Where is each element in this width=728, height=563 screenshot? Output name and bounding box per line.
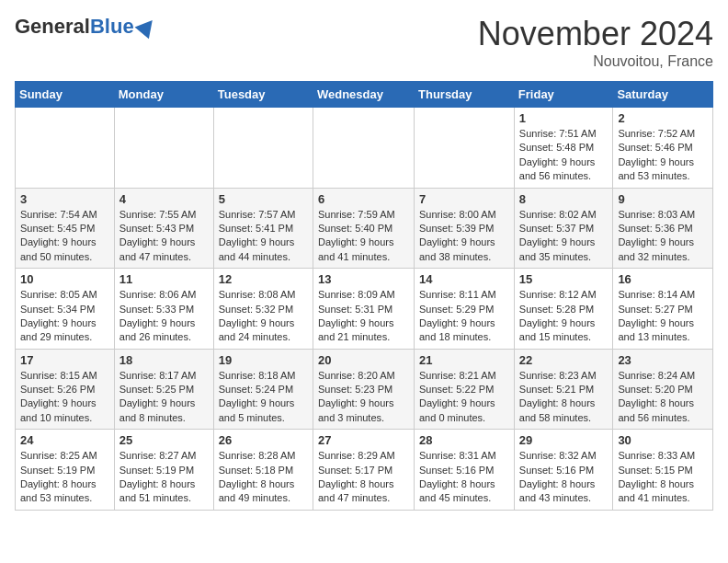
day-info: Sunrise: 7:52 AMSunset: 5:46 PMDaylight:… (618, 127, 708, 184)
day-info: Sunrise: 8:17 AMSunset: 5:25 PMDaylight:… (119, 369, 209, 426)
calendar-week-row: 10Sunrise: 8:05 AMSunset: 5:34 PMDayligh… (16, 269, 713, 350)
day-number: 17 (20, 353, 109, 367)
logo-general-text: General (15, 15, 90, 39)
day-info: Sunrise: 8:18 AMSunset: 5:24 PMDaylight:… (219, 369, 308, 426)
day-info: Sunrise: 8:29 AMSunset: 5:17 PMDaylight:… (318, 449, 409, 506)
day-info: Sunrise: 8:03 AMSunset: 5:36 PMDaylight:… (618, 208, 708, 265)
calendar-day-cell: 13Sunrise: 8:09 AMSunset: 5:31 PMDayligh… (313, 269, 414, 350)
day-info: Sunrise: 8:21 AMSunset: 5:22 PMDaylight:… (419, 369, 509, 426)
day-info: Sunrise: 8:15 AMSunset: 5:26 PMDaylight:… (20, 369, 109, 426)
calendar-day-cell: 25Sunrise: 8:27 AMSunset: 5:19 PMDayligh… (114, 430, 213, 511)
day-info: Sunrise: 8:20 AMSunset: 5:23 PMDaylight:… (318, 369, 409, 426)
calendar-table: SundayMondayTuesdayWednesdayThursdayFrid… (15, 81, 713, 511)
day-number: 28 (419, 433, 509, 447)
day-info: Sunrise: 8:28 AMSunset: 5:18 PMDaylight:… (219, 449, 308, 506)
day-number: 19 (219, 353, 308, 367)
logo-arrow-icon (134, 15, 159, 40)
day-number: 6 (318, 192, 409, 206)
day-number: 30 (618, 433, 708, 447)
weekday-header-cell: Tuesday (213, 82, 313, 108)
day-info: Sunrise: 8:23 AMSunset: 5:21 PMDaylight:… (519, 369, 609, 426)
day-number: 14 (419, 272, 509, 286)
logo: General Blue (15, 15, 156, 39)
weekday-header-cell: Thursday (415, 82, 515, 108)
calendar-day-cell: 22Sunrise: 8:23 AMSunset: 5:21 PMDayligh… (514, 349, 613, 430)
calendar-day-cell: 21Sunrise: 8:21 AMSunset: 5:22 PMDayligh… (415, 349, 515, 430)
calendar-day-cell: 18Sunrise: 8:17 AMSunset: 5:25 PMDayligh… (114, 349, 213, 430)
day-info: Sunrise: 7:54 AMSunset: 5:45 PMDaylight:… (20, 208, 109, 265)
calendar-week-row: 3Sunrise: 7:54 AMSunset: 5:45 PMDaylight… (16, 188, 713, 269)
day-number: 3 (20, 192, 109, 206)
day-number: 26 (219, 433, 308, 447)
day-number: 9 (618, 192, 708, 206)
weekday-header-row: SundayMondayTuesdayWednesdayThursdayFrid… (16, 82, 713, 108)
day-info: Sunrise: 8:11 AMSunset: 5:29 PMDaylight:… (419, 288, 509, 345)
calendar-day-cell: 12Sunrise: 8:08 AMSunset: 5:32 PMDayligh… (213, 269, 313, 350)
calendar-day-cell: 20Sunrise: 8:20 AMSunset: 5:23 PMDayligh… (313, 349, 414, 430)
day-number: 22 (519, 353, 609, 367)
calendar-day-cell: 1Sunrise: 7:51 AMSunset: 5:48 PMDaylight… (514, 108, 613, 189)
calendar-week-row: 1Sunrise: 7:51 AMSunset: 5:48 PMDaylight… (16, 108, 713, 189)
calendar-day-cell: 29Sunrise: 8:32 AMSunset: 5:16 PMDayligh… (514, 430, 613, 511)
calendar-day-cell: 3Sunrise: 7:54 AMSunset: 5:45 PMDaylight… (16, 188, 115, 269)
day-info: Sunrise: 8:25 AMSunset: 5:19 PMDaylight:… (20, 449, 109, 506)
calendar-body: 1Sunrise: 7:51 AMSunset: 5:48 PMDaylight… (16, 108, 713, 511)
day-number: 8 (519, 192, 609, 206)
day-info: Sunrise: 8:12 AMSunset: 5:28 PMDaylight:… (519, 288, 609, 345)
day-number: 13 (318, 272, 409, 286)
calendar-day-cell: 24Sunrise: 8:25 AMSunset: 5:19 PMDayligh… (16, 430, 115, 511)
day-info: Sunrise: 8:24 AMSunset: 5:20 PMDaylight:… (618, 369, 708, 426)
calendar-day-cell: 28Sunrise: 8:31 AMSunset: 5:16 PMDayligh… (415, 430, 515, 511)
calendar-day-cell: 14Sunrise: 8:11 AMSunset: 5:29 PMDayligh… (415, 269, 515, 350)
location-subtitle: Nouvoitou, France (478, 53, 713, 70)
day-number: 18 (119, 353, 209, 367)
calendar-day-cell: 2Sunrise: 7:52 AMSunset: 5:46 PMDaylight… (613, 108, 713, 189)
calendar-day-cell: 6Sunrise: 7:59 AMSunset: 5:40 PMDaylight… (313, 188, 414, 269)
day-number: 21 (419, 353, 509, 367)
day-info: Sunrise: 7:51 AMSunset: 5:48 PMDaylight:… (519, 127, 609, 184)
calendar-day-cell: 19Sunrise: 8:18 AMSunset: 5:24 PMDayligh… (213, 349, 313, 430)
day-info: Sunrise: 8:14 AMSunset: 5:27 PMDaylight:… (618, 288, 708, 345)
day-info: Sunrise: 8:09 AMSunset: 5:31 PMDaylight:… (318, 288, 409, 345)
weekday-header-cell: Sunday (16, 82, 115, 108)
day-number: 29 (519, 433, 609, 447)
month-title: November 2024 (478, 15, 713, 53)
day-number: 4 (119, 192, 209, 206)
calendar-week-row: 24Sunrise: 8:25 AMSunset: 5:19 PMDayligh… (16, 430, 713, 511)
calendar-day-cell (213, 108, 313, 189)
day-info: Sunrise: 8:02 AMSunset: 5:37 PMDaylight:… (519, 208, 609, 265)
day-info: Sunrise: 8:05 AMSunset: 5:34 PMDaylight:… (20, 288, 109, 345)
calendar-day-cell: 9Sunrise: 8:03 AMSunset: 5:36 PMDaylight… (613, 188, 713, 269)
weekday-header-cell: Wednesday (313, 82, 414, 108)
day-number: 12 (219, 272, 308, 286)
calendar-day-cell: 15Sunrise: 8:12 AMSunset: 5:28 PMDayligh… (514, 269, 613, 350)
calendar-week-row: 17Sunrise: 8:15 AMSunset: 5:26 PMDayligh… (16, 349, 713, 430)
day-info: Sunrise: 8:32 AMSunset: 5:16 PMDaylight:… (519, 449, 609, 506)
day-number: 23 (618, 353, 708, 367)
day-number: 15 (519, 272, 609, 286)
calendar-day-cell: 11Sunrise: 8:06 AMSunset: 5:33 PMDayligh… (114, 269, 213, 350)
calendar-day-cell: 23Sunrise: 8:24 AMSunset: 5:20 PMDayligh… (613, 349, 713, 430)
day-info: Sunrise: 8:33 AMSunset: 5:15 PMDaylight:… (618, 449, 708, 506)
weekday-header-cell: Monday (114, 82, 213, 108)
day-info: Sunrise: 7:55 AMSunset: 5:43 PMDaylight:… (119, 208, 209, 265)
calendar-day-cell (415, 108, 515, 189)
day-number: 2 (618, 111, 708, 125)
calendar-day-cell: 4Sunrise: 7:55 AMSunset: 5:43 PMDaylight… (114, 188, 213, 269)
calendar-day-cell (16, 108, 115, 189)
calendar-day-cell: 26Sunrise: 8:28 AMSunset: 5:18 PMDayligh… (213, 430, 313, 511)
calendar-day-cell: 17Sunrise: 8:15 AMSunset: 5:26 PMDayligh… (16, 349, 115, 430)
title-area: November 2024 Nouvoitou, France (478, 15, 713, 70)
day-number: 25 (119, 433, 209, 447)
day-number: 27 (318, 433, 409, 447)
day-info: Sunrise: 8:06 AMSunset: 5:33 PMDaylight:… (119, 288, 209, 345)
calendar-day-cell: 10Sunrise: 8:05 AMSunset: 5:34 PMDayligh… (16, 269, 115, 350)
calendar-day-cell: 16Sunrise: 8:14 AMSunset: 5:27 PMDayligh… (613, 269, 713, 350)
day-number: 24 (20, 433, 109, 447)
calendar-day-cell (114, 108, 213, 189)
day-number: 7 (419, 192, 509, 206)
day-number: 20 (318, 353, 409, 367)
day-info: Sunrise: 7:59 AMSunset: 5:40 PMDaylight:… (318, 208, 409, 265)
day-info: Sunrise: 7:57 AMSunset: 5:41 PMDaylight:… (219, 208, 308, 265)
day-info: Sunrise: 8:31 AMSunset: 5:16 PMDaylight:… (419, 449, 509, 506)
